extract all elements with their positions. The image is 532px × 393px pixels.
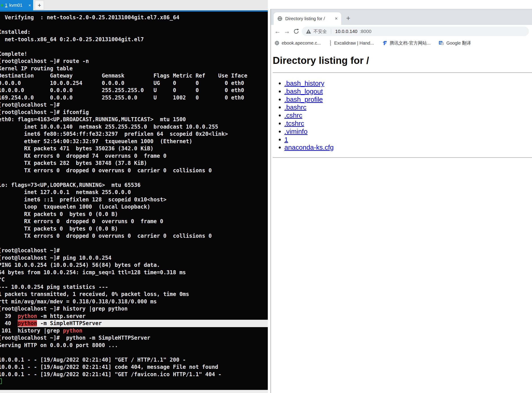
page-title: Directory listing for / [273, 55, 532, 66]
bookmark-label: 腾讯文档-官方网站... [390, 40, 430, 46]
terminal-line: TX errors 0 dropped 0 overruns 0 carrier… [0, 167, 268, 174]
not-secure-warning-icon [306, 29, 311, 34]
close-icon[interactable]: × [29, 3, 31, 7]
terminal-line: Kernel IP routing table [0, 65, 268, 72]
directory-list-item: .tcshrc [284, 119, 532, 128]
terminal-line: RX packets 0 bytes 0 (0.0 B) [0, 211, 268, 218]
browser-tab-title: Directory listing for / [285, 16, 332, 21]
bookmark-label: Excalidraw | Hand... [334, 40, 374, 46]
directory-list-item: .cshrc [284, 111, 532, 119]
browser-tab[interactable]: Directory listing for / × [274, 12, 341, 25]
terminal-line: [root@localhost ~]# ifconfig [0, 109, 268, 116]
terminal-cursor [0, 378, 2, 384]
terminal-tab-kvm01[interactable]: 1 kvm01 × [0, 0, 33, 10]
terminal-line: ^C [0, 276, 268, 283]
terminal-line: 1 packets transmitted, 1 received, 0% pa… [0, 291, 268, 298]
terminal-line: 64 bytes from 10.0.0.254: icmp_seq=1 ttl… [0, 269, 268, 276]
terminal-line: loop txqueuelen 1000 (Local Loopback) [0, 203, 268, 211]
directory-link[interactable]: .cshrc [284, 112, 302, 119]
terminal-line: [root@localhost ~]# route -n [0, 58, 268, 65]
terminal-line: [root@localhost ~]# python -m SimpleHTTP… [0, 334, 268, 342]
directory-link[interactable]: anaconda-ks.cfg [284, 144, 334, 151]
close-icon[interactable]: × [335, 16, 338, 21]
terminal-line: rtt min/avg/max/mdev = 0.318/0.318/0.318… [0, 298, 268, 305]
address-bar[interactable]: 不安全 10.0.0.140 :8000 [302, 27, 529, 36]
terminal-line: eth0: flags=4163<UP,BROADCAST,RUNNING,MU… [0, 116, 268, 123]
terminal-line: 101 history |grep python [0, 327, 268, 334]
terminal-line: Destination Gateway Genmask Flags Metric… [0, 72, 268, 79]
terminal-line: RX packets 471 bytes 350236 (342.0 KiB) [0, 145, 268, 152]
bookmark-label: Google 翻译 [446, 40, 471, 46]
directory-link[interactable]: .bash_logout [284, 88, 323, 95]
terminal-line: --- 10.0.0.254 ping statistics --- [0, 283, 268, 291]
directory-list-item: .bash_history [284, 79, 532, 87]
terminal-line: TX packets 282 bytes 38748 (37.8 KiB) [0, 160, 268, 167]
directory-link[interactable]: .bash_history [284, 79, 324, 87]
terminal-line: net-tools.x86_64 0:2.0-0.25.20131004git.… [0, 36, 268, 43]
globe-icon [277, 16, 283, 21]
bookmark-item[interactable]: ebook.apecome.c... [275, 40, 321, 46]
back-icon[interactable]: ← [273, 28, 282, 34]
terminal-line: Serving HTTP on 0.0.0.0 port 8000 ... [0, 342, 268, 349]
directory-list-item: 1 [284, 136, 532, 144]
terminal-tab-bar: 1 kvm01 × + [0, 0, 268, 10]
terminal-line: Complete! [0, 50, 268, 58]
terminal-output[interactable]: Verifying : net-tools-2.0-0.25.20131004g… [0, 12, 268, 390]
directory-list-item: .bash_profile [284, 95, 532, 103]
browser-toolbar: ← → 不安全 10.0.0.140 :8000 [271, 25, 532, 38]
terminal-line: [root@localhost ~]# [0, 247, 268, 254]
terminal-line [0, 378, 268, 385]
directory-link[interactable]: 1 [284, 136, 288, 143]
directory-listing-page: Directory listing for / .bash_history.ba… [271, 48, 532, 393]
directory-link[interactable]: .viminfo [284, 128, 307, 135]
terminal-line [0, 349, 268, 356]
reload-icon[interactable] [291, 28, 301, 35]
directory-list: .bash_history.bash_logout.bash_profile.b… [273, 79, 532, 152]
terminal-line: 10.0.0.1 - - [19/Aug/2022 02:21:40] "GET… [0, 356, 268, 364]
terminal-line: 169.254.0.0 0.0.0.0 255.255.0.0 U 1002 0… [0, 94, 268, 102]
svg-text:文: 文 [441, 43, 444, 45]
terminal-line: 0.0.0.0 10.0.0.254 0.0.0.0 UG 0 0 0 eth0 [0, 79, 268, 87]
omnibox-divider [331, 29, 331, 34]
terminal-line [0, 21, 268, 29]
terminal-line: inet6 ::1 prefixlen 128 scopeid 0x10<hos… [0, 196, 268, 203]
terminal-line: RX errors 0 dropped 74 overruns 0 frame … [0, 152, 268, 160]
terminal-line: inet6 fe80::5054:ff:fe32:3297 prefixlen … [0, 130, 268, 138]
forward-icon[interactable]: → [282, 28, 291, 34]
bookmarks-bar: ebook.apecome.c...Excalidraw | Hand...腾讯… [271, 38, 532, 48]
google-translate-icon: G文 [439, 40, 444, 46]
terminal-line: Installed: [0, 29, 268, 36]
globe-icon [275, 40, 280, 45]
terminal-window: 1 kvm01 × + Verifying : net-tools-2.0-0.… [0, 0, 268, 393]
divider [273, 157, 532, 158]
terminal-tab-label: kvm01 [9, 3, 22, 8]
new-session-button[interactable]: + [35, 1, 44, 10]
bookmark-item[interactable]: 腾讯文档-官方网站... [382, 40, 430, 46]
terminal-line: [root@localhost ~]# [0, 101, 268, 109]
bookmark-item[interactable]: G文Google 翻译 [439, 40, 471, 46]
security-label: 不安全 [314, 29, 327, 34]
terminal-line [0, 240, 268, 247]
url-port: :8000 [360, 29, 372, 34]
terminal-tab-number: 1 [5, 3, 7, 8]
directory-list-item: .viminfo [284, 128, 532, 136]
bookmark-item[interactable]: Excalidraw | Hand... [329, 40, 374, 46]
terminal-line [0, 174, 268, 182]
browser-tab-strip: Directory listing for / × + [271, 9, 532, 25]
terminal-line: 10.0.0.1 - - [19/Aug/2022 02:21:41] code… [0, 364, 268, 371]
terminal-line [0, 43, 268, 50]
directory-link[interactable]: .bash_profile [284, 96, 323, 103]
directory-link[interactable]: .tcshrc [284, 120, 304, 127]
new-tab-button[interactable]: + [346, 15, 350, 22]
url-host: 10.0.0.140 [335, 29, 357, 34]
terminal-line: Verifying : net-tools-2.0-0.25.20131004g… [0, 14, 268, 21]
terminal-line: RX errors 0 dropped 0 overruns 0 frame 0 [0, 218, 268, 225]
terminal-line: lo: flags=73<UP,LOOPBACK,RUNNING> mtu 65… [0, 182, 268, 189]
terminal-line: 39 python -m http.server [0, 313, 268, 320]
directory-list-item: .bashrc [284, 103, 532, 111]
terminal-status-bar [0, 390, 268, 393]
directory-list-item: anaconda-ks.cfg [284, 143, 532, 152]
terminal-line: TX packets 0 bytes 0 (0.0 B) [0, 225, 268, 233]
directory-link[interactable]: .bashrc [284, 103, 306, 111]
terminal-line: TX errors 0 dropped 0 overruns 0 carrier… [0, 232, 268, 240]
